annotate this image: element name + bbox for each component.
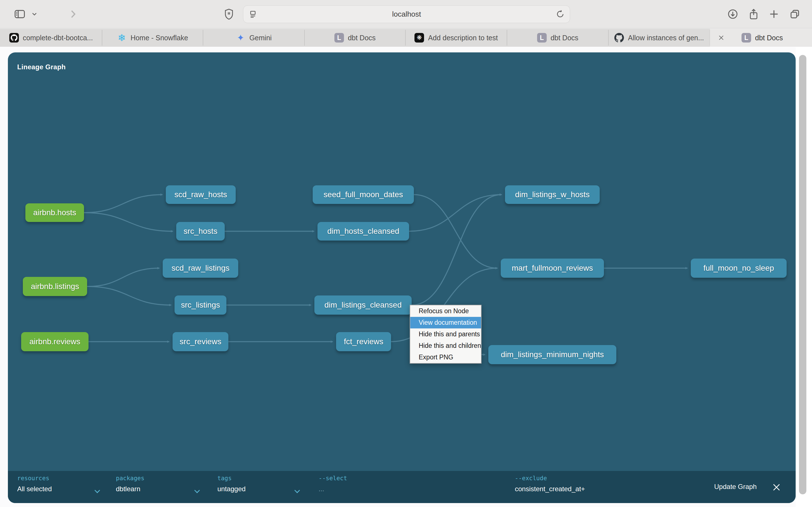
filter-resources: resourcesAll selected [17, 475, 52, 493]
sidebar-chevron-down-icon[interactable] [28, 0, 41, 28]
filter-bar: Update Graph resourcesAll selectedpackag… [8, 471, 796, 503]
graph-node-dim_listings_minimum_nights[interactable]: dim_listings_minimum_nights [488, 345, 616, 364]
filter-tags: tagsuntagged [217, 475, 246, 493]
filter-value-dropdown[interactable]: dbtlearn [116, 485, 144, 493]
privacy-shield-icon[interactable] [221, 0, 236, 28]
menu-item-hide-this-and-children[interactable]: Hide this and children [410, 340, 481, 351]
snowflake-icon: ❄ [117, 33, 126, 43]
forward-icon[interactable] [64, 0, 81, 28]
tab-label: Gemini [249, 34, 271, 42]
graph-node-src_reviews[interactable]: src_reviews [172, 332, 229, 351]
menu-item-export-png[interactable]: Export PNG [410, 351, 481, 363]
reader-view-icon[interactable] [246, 0, 260, 28]
tab-add-description-to-test[interactable]: ❋Add description to test [405, 29, 507, 47]
lineage-edge-airbnb-listings--scd_raw_listings [87, 268, 159, 286]
graph-node-full_moon_no_sleep[interactable]: full_moon_no_sleep [691, 259, 786, 278]
menu-item-hide-this-and-parents[interactable]: Hide this and parents [410, 328, 481, 340]
url-text: localhost [392, 10, 421, 18]
chevron-down-icon[interactable] [94, 488, 100, 493]
context-menu: Refocus on NodeView documentationHide th… [410, 305, 481, 363]
github-icon [614, 33, 624, 43]
lineage-edges [8, 52, 796, 503]
tab-active-dbt-docs[interactable]: Ldbt Docs [710, 29, 812, 47]
tab-label: Allow instances of gen... [628, 34, 704, 42]
dbt-docs-icon: L [537, 33, 547, 43]
scrollbar-thumb[interactable] [799, 55, 806, 494]
lineage-edge-seed_full_moon_dates--mart_fullmoon_reviews [414, 194, 497, 268]
graph-node-airbnb-reviews[interactable]: airbnb.reviews [21, 332, 89, 351]
filter-label: tags [217, 475, 246, 482]
graph-node-scd_raw_hosts[interactable]: scd_raw_hosts [166, 185, 236, 204]
menu-item-view-documentation[interactable]: View documentation [410, 317, 481, 328]
filter-value-dropdown[interactable]: consistent_created_at+ [515, 485, 585, 493]
lineage-edge-airbnb-listings--src_listings [87, 286, 171, 305]
close-filter-bar-icon[interactable] [771, 482, 781, 492]
back-icon[interactable] [45, 0, 61, 28]
tab-complete-dbt-bootca[interactable]: complete-dbt-bootca... [0, 29, 102, 47]
page-title: Lineage Graph [17, 63, 66, 71]
graph-node-fct_reviews[interactable]: fct_reviews [336, 332, 391, 351]
new-tab-icon[interactable] [766, 0, 781, 28]
filter-select: --select... [319, 475, 347, 493]
tab-overview-icon[interactable] [787, 0, 802, 28]
chatgpt-icon: ❋ [414, 33, 424, 43]
lineage-edge-dim_listings_cleansed--dim_listings_w_hosts [412, 194, 502, 305]
lineage-edge-dim_hosts_cleansed--dim_listings_w_hosts [409, 194, 502, 231]
tab-label: Home - Snowflake [131, 34, 188, 42]
reload-icon[interactable] [553, 0, 567, 28]
filter-label: --select [319, 475, 347, 482]
graph-node-dim_listings_w_hosts[interactable]: dim_listings_w_hosts [505, 185, 600, 204]
filter-label: resources [17, 475, 52, 482]
filter-value-dropdown[interactable]: All selected [17, 485, 52, 493]
tab-label: dbt Docs [755, 34, 783, 42]
tab-label: dbt Docs [348, 34, 376, 42]
filter-value-dropdown[interactable]: ... [319, 485, 347, 493]
lineage-edge-airbnb-hosts--src_hosts [84, 213, 173, 231]
share-icon[interactable] [746, 0, 761, 28]
graph-node-airbnb-listings[interactable]: airbnb.listings [23, 277, 87, 296]
url-bar[interactable]: localhost [243, 5, 570, 23]
tab-dbt-docs[interactable]: Ldbt Docs [507, 29, 608, 47]
lineage-edge-airbnb-hosts--scd_raw_hosts [84, 194, 162, 213]
sidebar-toggle-icon[interactable] [11, 0, 28, 28]
graph-node-dim_listings_cleansed[interactable]: dim_listings_cleansed [314, 295, 412, 315]
page-content: Lineage Graph airbnb.hostsairbnb.listing… [0, 47, 812, 507]
graph-node-src_listings[interactable]: src_listings [174, 295, 226, 315]
filter-value-dropdown[interactable]: untagged [217, 485, 246, 493]
tab-home-snowflake[interactable]: ❄Home - Snowflake [102, 29, 203, 47]
dbt-docs-icon: L [742, 33, 751, 43]
scrollbar-track[interactable] [796, 47, 812, 507]
downloads-icon[interactable] [725, 0, 741, 28]
tab-close-icon[interactable] [717, 33, 726, 42]
chevron-down-icon[interactable] [194, 488, 200, 493]
update-graph-button[interactable]: Update Graph [714, 483, 757, 491]
tab-label: complete-dbt-bootca... [23, 34, 93, 42]
tab-dbt-docs[interactable]: Ldbt Docs [305, 29, 405, 47]
filter-exclude: --excludeconsistent_created_at+ [515, 475, 585, 493]
filter-label: --exclude [515, 475, 585, 482]
tab-bar: complete-dbt-bootca...❄Home - Snowflake✦… [0, 29, 812, 47]
graph-node-src_hosts[interactable]: src_hosts [176, 222, 225, 240]
tab-allow-instances-of-gen[interactable]: Allow instances of gen... [608, 29, 710, 47]
tab-label: dbt Docs [551, 34, 578, 42]
graph-node-dim_hosts_cleansed[interactable]: dim_hosts_cleansed [317, 222, 409, 240]
gemini-icon: ✦ [236, 33, 245, 43]
browser-toolbar: localhost [0, 0, 812, 29]
chevron-down-icon[interactable] [294, 488, 300, 493]
filter-label: packages [116, 475, 144, 482]
dbt-docs-icon: L [335, 33, 344, 43]
tab-gemini[interactable]: ✦Gemini [203, 29, 305, 47]
graph-node-scd_raw_listings[interactable]: scd_raw_listings [163, 259, 238, 278]
lineage-graph-panel: Lineage Graph airbnb.hostsairbnb.listing… [8, 52, 796, 503]
github-icon [9, 33, 19, 43]
graph-node-mart_fullmoon_reviews[interactable]: mart_fullmoon_reviews [501, 259, 604, 278]
filter-packages: packagesdbtlearn [116, 475, 144, 493]
graph-node-airbnb-hosts[interactable]: airbnb.hosts [26, 203, 84, 222]
graph-node-seed_full_moon_dates[interactable]: seed_full_moon_dates [313, 185, 414, 204]
tab-label: Add description to test [428, 34, 498, 42]
menu-item-refocus-on-node[interactable]: Refocus on Node [410, 305, 481, 317]
